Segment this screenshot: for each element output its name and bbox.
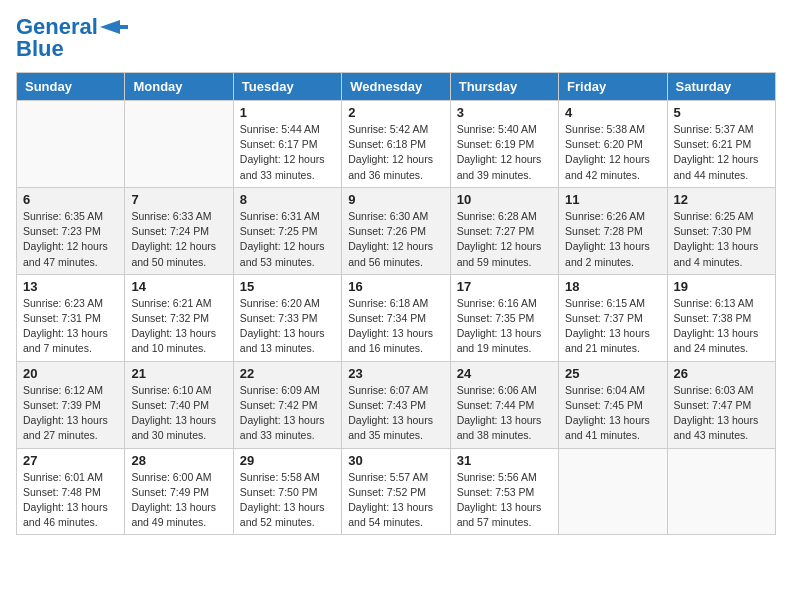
calendar-cell: 19Sunrise: 6:13 AMSunset: 7:38 PMDayligh… [667,274,775,361]
day-info: Sunrise: 6:31 AMSunset: 7:25 PMDaylight:… [240,209,335,270]
calendar-cell [17,101,125,188]
logo-icon [100,20,128,34]
calendar-cell: 6Sunrise: 6:35 AMSunset: 7:23 PMDaylight… [17,187,125,274]
calendar-week-row: 20Sunrise: 6:12 AMSunset: 7:39 PMDayligh… [17,361,776,448]
day-info: Sunrise: 5:38 AMSunset: 6:20 PMDaylight:… [565,122,660,183]
day-number: 18 [565,279,660,294]
calendar-cell: 11Sunrise: 6:26 AMSunset: 7:28 PMDayligh… [559,187,667,274]
page-header: General Blue [16,16,776,60]
calendar-cell [667,448,775,535]
day-number: 20 [23,366,118,381]
day-info: Sunrise: 6:20 AMSunset: 7:33 PMDaylight:… [240,296,335,357]
calendar-cell: 31Sunrise: 5:56 AMSunset: 7:53 PMDayligh… [450,448,558,535]
day-number: 16 [348,279,443,294]
day-number: 3 [457,105,552,120]
calendar-cell: 20Sunrise: 6:12 AMSunset: 7:39 PMDayligh… [17,361,125,448]
day-info: Sunrise: 6:12 AMSunset: 7:39 PMDaylight:… [23,383,118,444]
day-info: Sunrise: 5:44 AMSunset: 6:17 PMDaylight:… [240,122,335,183]
col-header-tuesday: Tuesday [233,73,341,101]
calendar-cell: 25Sunrise: 6:04 AMSunset: 7:45 PMDayligh… [559,361,667,448]
calendar-cell: 5Sunrise: 5:37 AMSunset: 6:21 PMDaylight… [667,101,775,188]
day-info: Sunrise: 6:26 AMSunset: 7:28 PMDaylight:… [565,209,660,270]
day-info: Sunrise: 6:25 AMSunset: 7:30 PMDaylight:… [674,209,769,270]
col-header-monday: Monday [125,73,233,101]
day-info: Sunrise: 6:35 AMSunset: 7:23 PMDaylight:… [23,209,118,270]
calendar-cell: 8Sunrise: 6:31 AMSunset: 7:25 PMDaylight… [233,187,341,274]
day-info: Sunrise: 6:28 AMSunset: 7:27 PMDaylight:… [457,209,552,270]
day-info: Sunrise: 6:07 AMSunset: 7:43 PMDaylight:… [348,383,443,444]
calendar-cell [559,448,667,535]
calendar-cell: 13Sunrise: 6:23 AMSunset: 7:31 PMDayligh… [17,274,125,361]
col-header-thursday: Thursday [450,73,558,101]
day-number: 10 [457,192,552,207]
day-info: Sunrise: 6:04 AMSunset: 7:45 PMDaylight:… [565,383,660,444]
calendar-week-row: 6Sunrise: 6:35 AMSunset: 7:23 PMDaylight… [17,187,776,274]
day-number: 27 [23,453,118,468]
calendar-cell: 27Sunrise: 6:01 AMSunset: 7:48 PMDayligh… [17,448,125,535]
day-info: Sunrise: 5:42 AMSunset: 6:18 PMDaylight:… [348,122,443,183]
day-number: 15 [240,279,335,294]
day-info: Sunrise: 6:33 AMSunset: 7:24 PMDaylight:… [131,209,226,270]
calendar-week-row: 1Sunrise: 5:44 AMSunset: 6:17 PMDaylight… [17,101,776,188]
calendar-cell: 26Sunrise: 6:03 AMSunset: 7:47 PMDayligh… [667,361,775,448]
day-number: 21 [131,366,226,381]
col-header-wednesday: Wednesday [342,73,450,101]
day-number: 7 [131,192,226,207]
calendar-cell: 10Sunrise: 6:28 AMSunset: 7:27 PMDayligh… [450,187,558,274]
calendar-cell: 21Sunrise: 6:10 AMSunset: 7:40 PMDayligh… [125,361,233,448]
logo-text: General [16,16,98,38]
calendar-week-row: 13Sunrise: 6:23 AMSunset: 7:31 PMDayligh… [17,274,776,361]
calendar-cell: 29Sunrise: 5:58 AMSunset: 7:50 PMDayligh… [233,448,341,535]
day-info: Sunrise: 5:40 AMSunset: 6:19 PMDaylight:… [457,122,552,183]
day-number: 24 [457,366,552,381]
day-info: Sunrise: 5:57 AMSunset: 7:52 PMDaylight:… [348,470,443,531]
calendar-cell: 4Sunrise: 5:38 AMSunset: 6:20 PMDaylight… [559,101,667,188]
calendar-cell: 15Sunrise: 6:20 AMSunset: 7:33 PMDayligh… [233,274,341,361]
day-info: Sunrise: 6:01 AMSunset: 7:48 PMDaylight:… [23,470,118,531]
calendar-cell: 3Sunrise: 5:40 AMSunset: 6:19 PMDaylight… [450,101,558,188]
calendar-cell: 24Sunrise: 6:06 AMSunset: 7:44 PMDayligh… [450,361,558,448]
day-info: Sunrise: 6:30 AMSunset: 7:26 PMDaylight:… [348,209,443,270]
day-info: Sunrise: 6:15 AMSunset: 7:37 PMDaylight:… [565,296,660,357]
calendar-cell: 16Sunrise: 6:18 AMSunset: 7:34 PMDayligh… [342,274,450,361]
col-header-saturday: Saturday [667,73,775,101]
day-info: Sunrise: 6:21 AMSunset: 7:32 PMDaylight:… [131,296,226,357]
day-info: Sunrise: 5:37 AMSunset: 6:21 PMDaylight:… [674,122,769,183]
day-info: Sunrise: 6:13 AMSunset: 7:38 PMDaylight:… [674,296,769,357]
calendar-cell: 17Sunrise: 6:16 AMSunset: 7:35 PMDayligh… [450,274,558,361]
day-info: Sunrise: 6:09 AMSunset: 7:42 PMDaylight:… [240,383,335,444]
day-number: 8 [240,192,335,207]
calendar-header-row: SundayMondayTuesdayWednesdayThursdayFrid… [17,73,776,101]
svg-marker-0 [100,20,128,34]
day-number: 2 [348,105,443,120]
day-number: 30 [348,453,443,468]
calendar-cell: 1Sunrise: 5:44 AMSunset: 6:17 PMDaylight… [233,101,341,188]
day-number: 14 [131,279,226,294]
day-number: 5 [674,105,769,120]
day-number: 17 [457,279,552,294]
calendar-table: SundayMondayTuesdayWednesdayThursdayFrid… [16,72,776,535]
day-number: 6 [23,192,118,207]
day-info: Sunrise: 6:00 AMSunset: 7:49 PMDaylight:… [131,470,226,531]
calendar-cell: 18Sunrise: 6:15 AMSunset: 7:37 PMDayligh… [559,274,667,361]
col-header-sunday: Sunday [17,73,125,101]
day-number: 23 [348,366,443,381]
day-number: 19 [674,279,769,294]
calendar-cell: 7Sunrise: 6:33 AMSunset: 7:24 PMDaylight… [125,187,233,274]
day-number: 22 [240,366,335,381]
calendar-cell: 22Sunrise: 6:09 AMSunset: 7:42 PMDayligh… [233,361,341,448]
calendar-cell: 2Sunrise: 5:42 AMSunset: 6:18 PMDaylight… [342,101,450,188]
day-number: 12 [674,192,769,207]
day-info: Sunrise: 5:56 AMSunset: 7:53 PMDaylight:… [457,470,552,531]
calendar-cell: 12Sunrise: 6:25 AMSunset: 7:30 PMDayligh… [667,187,775,274]
calendar-cell: 9Sunrise: 6:30 AMSunset: 7:26 PMDaylight… [342,187,450,274]
calendar-cell: 23Sunrise: 6:07 AMSunset: 7:43 PMDayligh… [342,361,450,448]
calendar-cell [125,101,233,188]
day-number: 9 [348,192,443,207]
day-number: 4 [565,105,660,120]
day-number: 11 [565,192,660,207]
calendar-week-row: 27Sunrise: 6:01 AMSunset: 7:48 PMDayligh… [17,448,776,535]
calendar-cell: 30Sunrise: 5:57 AMSunset: 7:52 PMDayligh… [342,448,450,535]
logo-blue-text: Blue [16,36,64,61]
day-info: Sunrise: 6:06 AMSunset: 7:44 PMDaylight:… [457,383,552,444]
